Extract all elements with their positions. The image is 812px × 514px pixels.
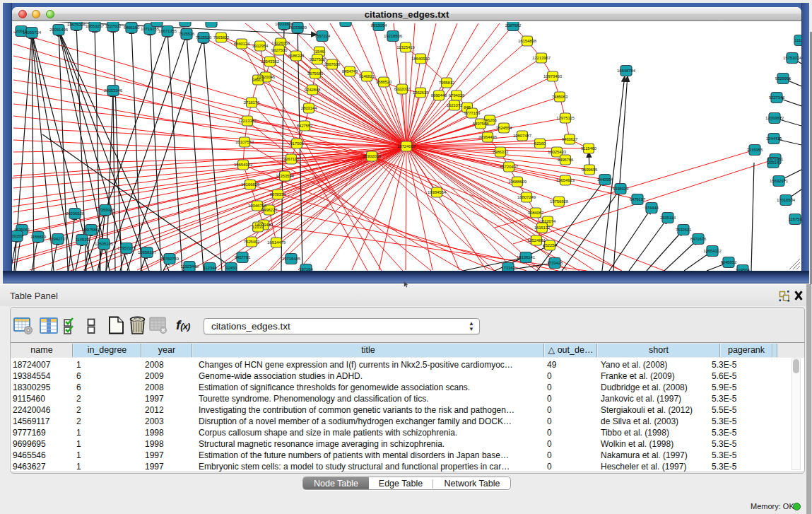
svg-text:15720407: 15720407 — [500, 164, 519, 169]
svg-text:3215955: 3215955 — [747, 147, 763, 152]
svg-text:19716485: 19716485 — [282, 256, 301, 261]
svg-text:9463627: 9463627 — [562, 136, 578, 141]
svg-text:92450: 92450 — [225, 265, 237, 270]
svg-text:7986372: 7986372 — [493, 149, 509, 154]
svg-text:974444: 974444 — [645, 205, 659, 210]
svg-text:1156819: 1156819 — [30, 234, 47, 239]
svg-text:917006: 917006 — [290, 141, 304, 146]
svg-text:62160: 62160 — [534, 141, 546, 146]
svg-text:9115460: 9115460 — [581, 146, 597, 151]
svg-text:7515526: 7515526 — [196, 35, 212, 40]
svg-text:10975867: 10975867 — [82, 227, 101, 232]
svg-text:7663822: 7663822 — [213, 35, 230, 40]
svg-text:1362615: 1362615 — [413, 90, 429, 95]
svg-text:10025433: 10025433 — [548, 149, 567, 154]
svg-text:10958107: 10958107 — [138, 250, 157, 255]
svg-text:3267110: 3267110 — [283, 156, 300, 161]
svg-text:9329966: 9329966 — [775, 76, 792, 81]
svg-text:7557224: 7557224 — [314, 33, 331, 38]
svg-text:9327500: 9327500 — [271, 47, 288, 52]
svg-text:19384554: 19384554 — [428, 189, 447, 194]
svg-text:9245652: 9245652 — [721, 259, 737, 264]
svg-text:7955812: 7955812 — [439, 80, 455, 85]
svg-text:20364436: 20364436 — [478, 134, 498, 139]
svg-text:8878334: 8878334 — [270, 192, 286, 197]
svg-text:1440954: 1440954 — [597, 177, 613, 182]
svg-text:8454749: 8454749 — [342, 69, 358, 74]
svg-text:16671355: 16671355 — [158, 28, 177, 33]
svg-text:9457791: 9457791 — [235, 255, 251, 259]
svg-text:18807249: 18807249 — [517, 194, 536, 199]
svg-text:6466160: 6466160 — [124, 25, 140, 30]
svg-text:15692971: 15692971 — [770, 178, 789, 183]
svg-text:5938923: 5938923 — [613, 186, 629, 191]
svg-text:924564: 924564 — [736, 267, 750, 271]
svg-text:1615132: 1615132 — [534, 225, 551, 230]
svg-text:6794028: 6794028 — [449, 93, 465, 98]
svg-text:2935114: 2935114 — [660, 215, 676, 220]
svg-text:1527602: 1527602 — [105, 23, 122, 28]
svg-text:252254: 252254 — [543, 243, 557, 247]
svg-text:20914: 20914 — [767, 160, 779, 165]
svg-text:2087682: 2087682 — [505, 23, 522, 28]
svg-text:12213967: 12213967 — [532, 55, 551, 60]
svg-text:9327508: 9327508 — [310, 57, 326, 62]
svg-text:20206528: 20206528 — [66, 211, 85, 216]
svg-text:18640910: 18640910 — [411, 56, 430, 61]
svg-text:173342: 173342 — [501, 265, 515, 270]
svg-text:13226058: 13226058 — [271, 40, 290, 45]
svg-text:25302033: 25302033 — [363, 153, 382, 158]
svg-text:2867608: 2867608 — [324, 62, 341, 66]
svg-text:845: 845 — [464, 105, 471, 110]
svg-text:8660124: 8660124 — [234, 41, 250, 46]
svg-text:10653267: 10653267 — [86, 23, 105, 28]
svg-text:197164: 197164 — [299, 267, 313, 271]
svg-text:1588520: 1588520 — [376, 79, 392, 84]
svg-text:3675685: 3675685 — [307, 71, 324, 76]
svg-text:2803144: 2803144 — [301, 105, 317, 110]
svg-text:16648784: 16648784 — [617, 68, 636, 73]
svg-text:12133: 12133 — [252, 224, 264, 229]
svg-text:11353594: 11353594 — [276, 173, 294, 178]
svg-text:11124: 11124 — [794, 37, 801, 42]
svg-text:7515526: 7515526 — [179, 31, 195, 36]
svg-text:9242848: 9242848 — [305, 87, 321, 92]
svg-text:10543362: 10543362 — [261, 59, 280, 64]
svg-text:17359928: 17359928 — [96, 207, 115, 212]
svg-text:7632621: 7632621 — [676, 227, 692, 232]
svg-text:1621072: 1621072 — [447, 103, 463, 107]
svg-text:16782759: 16782759 — [160, 256, 180, 261]
svg-text:17957275: 17957275 — [117, 245, 136, 250]
svg-text:10688609: 10688609 — [508, 179, 527, 184]
svg-text:8813054: 8813054 — [371, 23, 387, 28]
svg-text:12213382: 12213382 — [238, 118, 257, 123]
svg-text:1733426: 1733426 — [547, 260, 563, 265]
svg-text:1612074: 1612074 — [540, 218, 556, 223]
svg-text:8186328: 8186328 — [288, 53, 305, 58]
svg-text:15751074: 15751074 — [783, 55, 801, 60]
svg-text:9227342: 9227342 — [769, 95, 785, 100]
svg-text:20091406: 20091406 — [49, 27, 69, 32]
svg-text:6322037: 6322037 — [394, 86, 411, 91]
svg-text:9699695: 9699695 — [582, 167, 598, 172]
svg-text:3624554: 3624554 — [496, 125, 512, 130]
svg-text:8471676: 8471676 — [690, 236, 707, 241]
svg-text:8990448: 8990448 — [431, 93, 447, 98]
svg-text:10807487: 10807487 — [513, 133, 532, 138]
svg-text:7625402: 7625402 — [244, 239, 260, 244]
svg-text:3912954: 3912954 — [252, 43, 269, 48]
svg-text:112344: 112344 — [204, 265, 218, 270]
svg-text:9498222: 9498222 — [261, 207, 278, 212]
svg-text:8427552: 8427552 — [297, 123, 313, 128]
svg-text:20053346: 20053346 — [104, 88, 123, 93]
svg-text:19575326: 19575326 — [67, 22, 86, 27]
svg-text:9146821: 9146821 — [359, 74, 375, 78]
svg-text:6497568: 6497568 — [473, 121, 489, 126]
svg-text:1244415: 1244415 — [766, 136, 782, 141]
svg-text:11923448: 11923448 — [180, 264, 199, 269]
svg-text:14055724: 14055724 — [23, 30, 42, 35]
svg-text:12505135: 12505135 — [95, 241, 114, 246]
svg-text:98901: 98901 — [252, 77, 264, 82]
svg-text:10107552: 10107552 — [235, 139, 254, 144]
svg-text:16154838: 16154838 — [518, 38, 537, 43]
